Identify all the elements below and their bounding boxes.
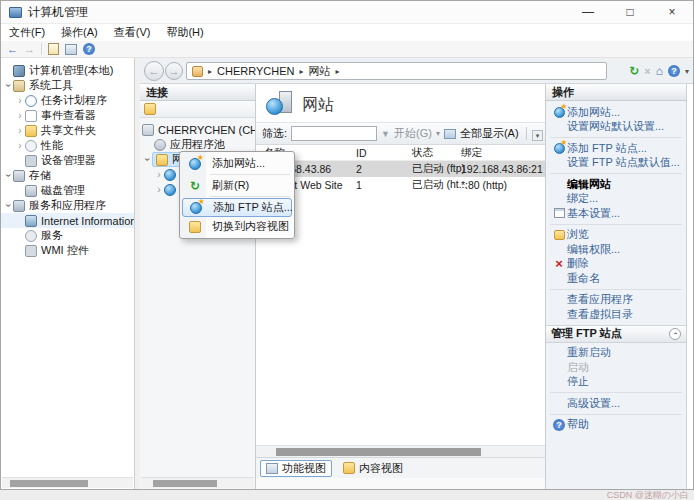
action-delete[interactable]: ×删除 [546,257,686,272]
collapse-chevron-icon[interactable]: › [669,328,681,340]
help-icon[interactable]: ? [83,43,95,55]
tree-item-server[interactable]: CHERRYCHEN (CHERRYC [140,122,255,137]
save-connections-icon[interactable] [144,103,156,115]
left-horizontal-scrollbar[interactable] [2,477,133,488]
context-menu-switch-content-view[interactable]: 切换到内容视图 [182,217,292,236]
help-dropdown-icon[interactable]: ▾ [685,67,689,76]
computer-icon [13,65,25,77]
tree-item-services[interactable]: 服务 [1,228,134,243]
console-tree-toggle-icon[interactable] [65,44,77,55]
nav-forward-icon[interactable]: → [165,62,183,80]
close-button[interactable]: × [651,1,693,23]
scrollbar-thumb[interactable] [276,448,481,456]
basic-settings-icon [554,208,565,218]
chevron-expanded-icon[interactable]: › [3,81,14,91]
column-binding[interactable]: 绑定 [461,145,545,161]
action-browse[interactable]: 浏览 [546,228,686,243]
refresh-icon[interactable]: ↻ [629,64,639,78]
go-button[interactable]: 开始(G) [394,126,432,141]
chevron-expanded-icon[interactable]: › [3,171,14,181]
chevron-collapsed-icon[interactable]: › [154,169,164,180]
forward-arrow-icon[interactable]: → [24,43,35,55]
tab-content-view[interactable]: 内容视图 [338,460,408,477]
breadcrumb-sites[interactable]: 网站 [308,64,330,79]
action-stop[interactable]: 停止 [546,375,686,390]
show-all-button[interactable]: 全部显示(A) [460,126,519,141]
globe-add-icon [190,202,202,214]
home-icon[interactable]: ⌂ [656,64,663,78]
table-row[interactable]: Default Web Site 1 已启动 (ht... *:80 (http… [256,177,545,193]
site-globe-icon [164,169,176,181]
context-menu-refresh[interactable]: ↻刷新(R) [182,176,292,195]
chevron-collapsed-icon[interactable]: › [15,110,25,121]
action-view-virtual-directories[interactable]: 查看虚拟目录 [546,307,686,322]
action-rename[interactable]: 重命名 [546,271,686,286]
chevron-expanded-icon[interactable]: › [3,201,14,211]
tree-item-performance[interactable]: ›性能 [1,138,134,153]
action-view-applications[interactable]: 查看应用程序 [546,293,686,308]
main-footer [256,478,545,489]
menu-action[interactable]: 操作(A) [53,25,106,40]
breadcrumb-server[interactable]: CHERRYCHEN [217,65,294,77]
tree-item-storage[interactable]: ›存储 [1,168,134,183]
tree-item-iis[interactable]: Internet Information Se [1,213,134,228]
action-help[interactable]: ?帮助 [546,418,686,433]
tree-item-services-and-applications[interactable]: ›服务和应用程序 [1,198,134,213]
help-icon[interactable]: ? [668,65,680,77]
filter-input[interactable] [291,126,377,141]
connections-horizontal-scrollbar[interactable] [141,477,254,488]
nav-back-icon[interactable]: ← [144,61,164,81]
content-area: 计算机管理(本地) ›系统工具 ›任务计划程序 ›事件查看器 ›共享文件夹 ›性… [1,58,693,489]
chevron-collapsed-icon[interactable]: › [15,125,25,136]
stop-icon[interactable]: × [644,65,650,77]
filter-overflow-button[interactable]: ▾ [532,130,543,141]
chevron-expanded-icon[interactable]: › [142,155,153,165]
action-add-website[interactable]: 添加网站... [546,105,686,120]
tree-item-disk-management[interactable]: 磁盘管理 [1,183,134,198]
chevron-collapsed-icon[interactable]: › [15,95,25,106]
menu-file[interactable]: 文件(F) [1,25,53,40]
go-dropdown-icon[interactable]: ▾ [436,129,440,138]
action-set-website-defaults[interactable]: 设置网站默认设置... [546,120,686,135]
maximize-button[interactable]: □ [609,1,651,23]
event-log-icon [25,110,37,122]
minimize-button[interactable]: — [567,1,609,23]
context-menu-add-ftp-site[interactable]: 添加 FTP 站点... [182,198,292,217]
tree-item-system-tools[interactable]: ›系统工具 [1,78,134,93]
breadcrumb[interactable]: ▸ CHERRYCHEN ▸ 网站 ▸ [186,62,607,80]
action-set-ftp-defaults[interactable]: 设置 FTP 站点默认值... [546,156,686,171]
tree-item-app-pools[interactable]: 应用程序池 [140,137,255,152]
column-id[interactable]: ID [356,145,406,161]
tab-features-view[interactable]: 功能视图 [260,460,332,477]
tree-item-event-viewer[interactable]: ›事件查看器 [1,108,134,123]
menu-help[interactable]: 帮助(H) [158,25,211,40]
scrollbar-thumb[interactable] [10,480,88,487]
tree-item-wmi-control[interactable]: WMI 控件 [1,243,134,258]
tree-item-computer-management[interactable]: 计算机管理(本地) [1,63,134,78]
action-edit-permissions[interactable]: 编辑权限... [546,242,686,257]
services-apps-icon [13,200,25,212]
scrollbar-thumb[interactable] [153,480,217,487]
globe-add-icon [554,143,565,154]
chevron-collapsed-icon[interactable]: › [15,140,25,151]
context-menu-add-website[interactable]: 添加网站... [182,154,292,173]
content-view-icon [343,462,355,474]
tree-item-device-manager[interactable]: 设备管理器 [1,153,134,168]
back-arrow-icon[interactable]: ← [7,43,18,55]
column-status[interactable]: 状态 [412,145,460,161]
action-advanced-settings[interactable]: 高级设置... [546,396,686,411]
table-row[interactable]: 192.168.43.86 2 已启动 (ftp) 192.168.43.86:… [256,161,545,177]
action-basic-settings[interactable]: 基本设置... [546,206,686,221]
funnel-icon: ▼ [381,129,390,139]
manage-ftp-site-header[interactable]: 管理 FTP 站点› [546,325,686,343]
window-controls: — □ × [567,1,693,23]
chevron-collapsed-icon[interactable]: › [154,184,164,195]
export-list-icon[interactable] [48,43,59,55]
tree-item-task-scheduler[interactable]: ›任务计划程序 [1,93,134,108]
action-restart[interactable]: 重新启动 [546,346,686,361]
action-bindings[interactable]: 绑定... [546,192,686,207]
tree-item-shared-folders[interactable]: ›共享文件夹 [1,123,134,138]
main-horizontal-scrollbar[interactable] [256,445,545,457]
menu-view[interactable]: 查看(V) [106,25,159,40]
action-add-ftp-site[interactable]: 添加 FTP 站点... [546,141,686,156]
